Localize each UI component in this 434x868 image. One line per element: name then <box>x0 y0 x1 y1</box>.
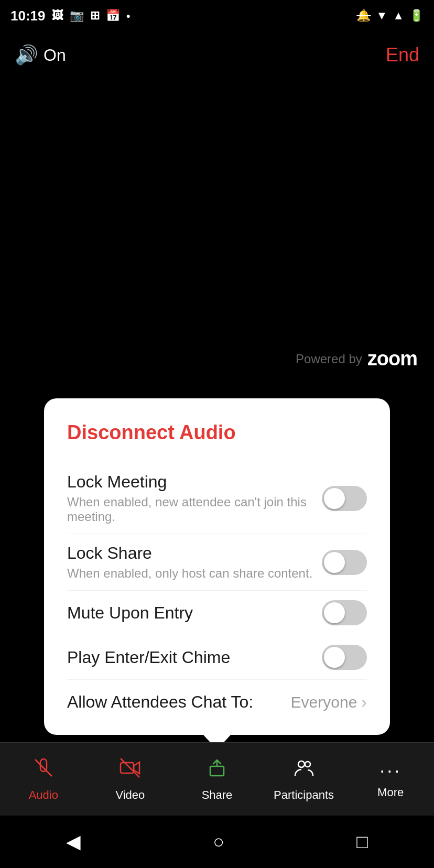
lock-share-toggle[interactable] <box>322 550 367 575</box>
mute-entry-row: Mute Upon Entry <box>67 591 367 635</box>
lock-meeting-row: Lock Meeting When enabled, new attendee … <box>67 463 367 534</box>
wifi-icon: ▼ <box>376 9 387 23</box>
mute-entry-toggle[interactable] <box>322 600 367 625</box>
battery-icon: 🔋 <box>409 9 424 23</box>
lock-meeting-desc: When enabled, new attendee can't join th… <box>67 495 322 524</box>
calendar-icon: 📅 <box>106 9 120 23</box>
time-display: 10:19 <box>10 8 46 24</box>
zoom-logo: zoom <box>367 348 417 370</box>
mute-entry-label: Mute Upon Entry <box>67 603 193 623</box>
chime-row: Play Enter/Exit Chime <box>67 635 367 680</box>
video-status-icon: 📷 <box>70 9 84 23</box>
video-nav-label: Video <box>115 788 145 802</box>
end-button[interactable]: End <box>386 44 419 66</box>
lock-share-label: Lock Share <box>67 544 312 563</box>
grid-icon: ⊞ <box>90 9 100 23</box>
mute-icon: 🔔 <box>356 9 371 23</box>
audio-on-indicator[interactable]: 🔊 On <box>15 44 66 66</box>
back-button[interactable]: ◀ <box>66 831 81 853</box>
dot-icon: ● <box>126 12 131 20</box>
status-bar: 10:19 🖼 📷 ⊞ 📅 ● 🔔 ▼ ▲ 🔋 <box>0 0 434 31</box>
header-bar: 🔊 On End <box>0 31 434 79</box>
signal-icon: ▲ <box>393 9 404 23</box>
more-nav-label: More <box>377 786 404 799</box>
video-area: Powered by zoom <box>0 79 434 383</box>
audio-nav-label: Audio <box>29 788 58 802</box>
share-nav-icon <box>206 757 228 784</box>
nav-audio[interactable]: Audio <box>0 757 87 802</box>
svg-point-4 <box>298 761 305 767</box>
svg-line-0 <box>35 760 52 776</box>
lock-share-row: Lock Share When enabled, only host can s… <box>67 534 367 591</box>
photo-icon: 🖼 <box>52 9 63 23</box>
chat-value: Everyone <box>291 693 357 711</box>
svg-point-5 <box>305 762 310 767</box>
chime-toggle[interactable] <box>322 645 367 670</box>
more-nav-icon: ··· <box>379 760 402 782</box>
lock-meeting-label: Lock Meeting <box>67 472 322 492</box>
lock-share-desc: When enabled, only host can share conten… <box>67 566 312 581</box>
powered-by-label: Powered by zoom <box>296 348 417 370</box>
lock-meeting-toggle[interactable] <box>322 486 367 511</box>
participants-nav-label: Participants <box>274 788 334 802</box>
speaker-icon: 🔊 <box>15 44 38 66</box>
nav-more[interactable]: ··· More <box>347 760 434 799</box>
chat-row[interactable]: Allow Attendees Chat To: Everyone › <box>67 680 367 716</box>
nav-video[interactable]: Video <box>87 757 174 802</box>
chat-label: Allow Attendees Chat To: <box>67 692 253 712</box>
video-nav-icon <box>119 757 141 784</box>
participants-nav-icon <box>293 757 315 784</box>
popup-backdrop: Disconnect Audio Lock Meeting When enabl… <box>0 383 434 735</box>
settings-popup: Disconnect Audio Lock Meeting When enabl… <box>44 398 390 735</box>
chime-label: Play Enter/Exit Chime <box>67 648 230 667</box>
svg-line-2 <box>121 758 139 777</box>
audio-nav-icon <box>32 757 55 784</box>
bottom-nav: Audio Video Share <box>0 742 434 816</box>
android-nav-bar: ◀ ○ □ <box>0 816 434 868</box>
nav-share[interactable]: Share <box>173 757 261 802</box>
recent-button[interactable]: □ <box>356 831 368 853</box>
svg-rect-3 <box>210 766 224 776</box>
nav-participants[interactable]: Participants <box>261 757 348 802</box>
home-button[interactable]: ○ <box>213 831 224 853</box>
share-nav-label: Share <box>202 788 233 802</box>
popup-title[interactable]: Disconnect Audio <box>67 421 367 444</box>
chevron-right-icon: › <box>361 692 367 712</box>
audio-on-label: On <box>44 46 66 65</box>
